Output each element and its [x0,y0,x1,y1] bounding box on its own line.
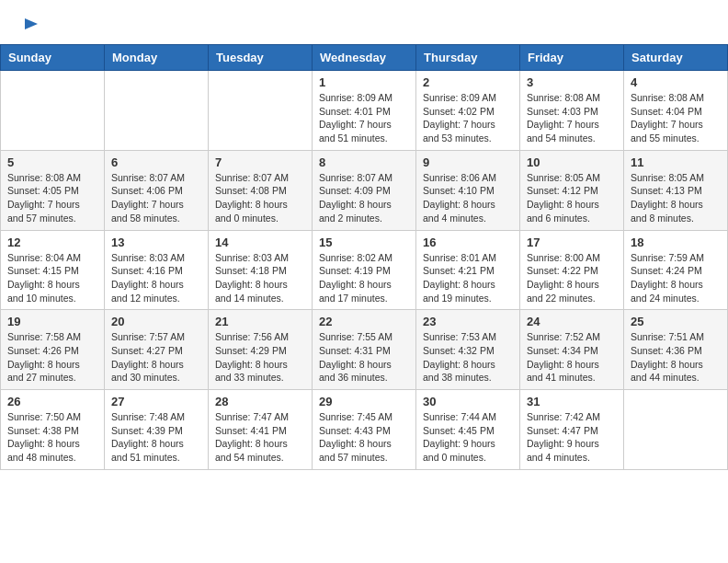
day-info: Sunrise: 8:09 AM Sunset: 4:02 PM Dayligh… [423,91,513,145]
calendar-table: SundayMondayTuesdayWednesdayThursdayFrid… [0,44,728,470]
day-number: 31 [527,395,617,408]
day-number: 17 [527,236,617,249]
day-number: 22 [319,315,409,328]
calendar-cell: 20Sunrise: 7:57 AM Sunset: 4:27 PM Dayli… [105,310,209,390]
day-info: Sunrise: 8:04 AM Sunset: 4:15 PM Dayligh… [7,251,97,305]
calendar-cell: 6Sunrise: 8:07 AM Sunset: 4:06 PM Daylig… [105,150,209,230]
day-info: Sunrise: 7:47 AM Sunset: 4:41 PM Dayligh… [215,410,305,465]
calendar-cell: 24Sunrise: 7:52 AM Sunset: 4:34 PM Dayli… [520,310,624,390]
day-number: 8 [319,155,409,169]
day-number: 12 [7,236,97,249]
calendar-cell: 14Sunrise: 8:03 AM Sunset: 4:18 PM Dayli… [209,230,313,310]
day-number: 26 [7,395,97,408]
day-number: 7 [215,155,305,169]
calendar-cell: 16Sunrise: 8:01 AM Sunset: 4:21 PM Dayli… [416,230,520,310]
day-number: 9 [423,155,513,169]
day-info: Sunrise: 7:48 AM Sunset: 4:39 PM Dayligh… [111,410,201,465]
day-info: Sunrise: 7:42 AM Sunset: 4:47 PM Dayligh… [527,410,617,465]
day-number: 14 [215,236,305,249]
calendar-cell: 27Sunrise: 7:48 AM Sunset: 4:39 PM Dayli… [105,390,209,470]
day-info: Sunrise: 7:56 AM Sunset: 4:29 PM Dayligh… [215,330,305,385]
calendar-cell: 9Sunrise: 8:06 AM Sunset: 4:10 PM Daylig… [416,150,520,230]
day-info: Sunrise: 7:44 AM Sunset: 4:45 PM Dayligh… [423,410,513,465]
day-info: Sunrise: 7:59 AM Sunset: 4:24 PM Dayligh… [631,251,721,305]
day-number: 28 [215,395,305,408]
day-info: Sunrise: 8:05 AM Sunset: 4:12 PM Dayligh… [527,171,617,225]
calendar-cell: 30Sunrise: 7:44 AM Sunset: 4:45 PM Dayli… [416,390,520,470]
calendar-cell: 31Sunrise: 7:42 AM Sunset: 4:47 PM Dayli… [520,390,624,470]
day-number: 29 [319,395,409,408]
calendar-row-5: 26Sunrise: 7:50 AM Sunset: 4:38 PM Dayli… [1,390,728,470]
day-info: Sunrise: 8:08 AM Sunset: 4:04 PM Dayligh… [631,91,721,145]
day-number: 30 [423,395,513,408]
calendar-cell: 25Sunrise: 7:51 AM Sunset: 4:36 PM Dayli… [624,310,728,390]
day-number: 18 [631,236,721,249]
day-number: 4 [631,75,721,89]
day-info: Sunrise: 8:07 AM Sunset: 4:06 PM Dayligh… [111,171,201,225]
calendar-cell: 22Sunrise: 7:55 AM Sunset: 4:31 PM Dayli… [313,310,416,390]
day-number: 2 [423,75,513,89]
day-number: 13 [111,236,201,249]
day-info: Sunrise: 7:58 AM Sunset: 4:26 PM Dayligh… [7,330,97,385]
day-info: Sunrise: 7:45 AM Sunset: 4:43 PM Dayligh… [319,410,409,465]
calendar-cell: 5Sunrise: 8:08 AM Sunset: 4:05 PM Daylig… [1,150,105,230]
day-number: 27 [111,395,201,408]
calendar-cell: 19Sunrise: 7:58 AM Sunset: 4:26 PM Dayli… [1,310,105,390]
day-number: 1 [319,75,409,89]
day-number: 10 [527,155,617,169]
day-number: 19 [7,315,97,328]
calendar-cell: 17Sunrise: 8:00 AM Sunset: 4:22 PM Dayli… [520,230,624,310]
day-info: Sunrise: 8:05 AM Sunset: 4:13 PM Dayligh… [631,171,721,225]
calendar-cell: 28Sunrise: 7:47 AM Sunset: 4:41 PM Dayli… [209,390,313,470]
calendar-cell: 13Sunrise: 8:03 AM Sunset: 4:16 PM Dayli… [105,230,209,310]
calendar-cell: 11Sunrise: 8:05 AM Sunset: 4:13 PM Dayli… [624,150,728,230]
calendar-cell: 21Sunrise: 7:56 AM Sunset: 4:29 PM Dayli… [209,310,313,390]
calendar-cell: 4Sunrise: 8:08 AM Sunset: 4:04 PM Daylig… [624,71,728,151]
calendar-row-1: 1Sunrise: 8:09 AM Sunset: 4:01 PM Daylig… [1,71,728,151]
day-number: 16 [423,236,513,249]
calendar-cell: 10Sunrise: 8:05 AM Sunset: 4:12 PM Dayli… [520,150,624,230]
calendar-cell [105,71,209,151]
calendar-cell: 8Sunrise: 8:07 AM Sunset: 4:09 PM Daylig… [313,150,416,230]
day-number: 23 [423,315,513,328]
col-header-saturday: Saturday [624,45,728,71]
page: SundayMondayTuesdayWednesdayThursdayFrid… [0,0,728,470]
calendar-row-2: 5Sunrise: 8:08 AM Sunset: 4:05 PM Daylig… [1,150,728,230]
logo-flag-icon [23,17,40,33]
day-info: Sunrise: 7:57 AM Sunset: 4:27 PM Dayligh… [111,330,201,385]
calendar-cell: 1Sunrise: 8:09 AM Sunset: 4:01 PM Daylig… [313,71,416,151]
calendar-cell: 18Sunrise: 7:59 AM Sunset: 4:24 PM Dayli… [624,230,728,310]
day-info: Sunrise: 8:06 AM Sunset: 4:10 PM Dayligh… [423,171,513,225]
day-number: 3 [527,75,617,89]
col-header-wednesday: Wednesday [313,45,416,71]
logo [22,17,40,35]
day-number: 25 [631,315,721,328]
calendar-cell: 3Sunrise: 8:08 AM Sunset: 4:03 PM Daylig… [520,71,624,151]
day-info: Sunrise: 8:01 AM Sunset: 4:21 PM Dayligh… [423,251,513,305]
day-info: Sunrise: 8:09 AM Sunset: 4:01 PM Dayligh… [319,91,409,145]
header [0,0,728,44]
col-header-tuesday: Tuesday [209,45,313,71]
col-header-thursday: Thursday [416,45,520,71]
day-number: 11 [631,155,721,169]
day-number: 5 [7,155,97,169]
day-number: 20 [111,315,201,328]
day-info: Sunrise: 8:00 AM Sunset: 4:22 PM Dayligh… [527,251,617,305]
calendar-cell: 29Sunrise: 7:45 AM Sunset: 4:43 PM Dayli… [313,390,416,470]
calendar-row-3: 12Sunrise: 8:04 AM Sunset: 4:15 PM Dayli… [1,230,728,310]
day-info: Sunrise: 7:55 AM Sunset: 4:31 PM Dayligh… [319,330,409,385]
calendar-cell: 7Sunrise: 8:07 AM Sunset: 4:08 PM Daylig… [209,150,313,230]
day-number: 24 [527,315,617,328]
day-number: 6 [111,155,201,169]
day-info: Sunrise: 8:07 AM Sunset: 4:09 PM Dayligh… [319,171,409,225]
calendar-cell [624,390,728,470]
day-info: Sunrise: 8:03 AM Sunset: 4:16 PM Dayligh… [111,251,201,305]
calendar-header-row: SundayMondayTuesdayWednesdayThursdayFrid… [1,45,728,71]
svg-marker-0 [25,18,38,29]
calendar-cell: 12Sunrise: 8:04 AM Sunset: 4:15 PM Dayli… [1,230,105,310]
calendar-cell [209,71,313,151]
calendar-cell: 26Sunrise: 7:50 AM Sunset: 4:38 PM Dayli… [1,390,105,470]
col-header-friday: Friday [520,45,624,71]
day-number: 21 [215,315,305,328]
day-info: Sunrise: 7:52 AM Sunset: 4:34 PM Dayligh… [527,330,617,385]
